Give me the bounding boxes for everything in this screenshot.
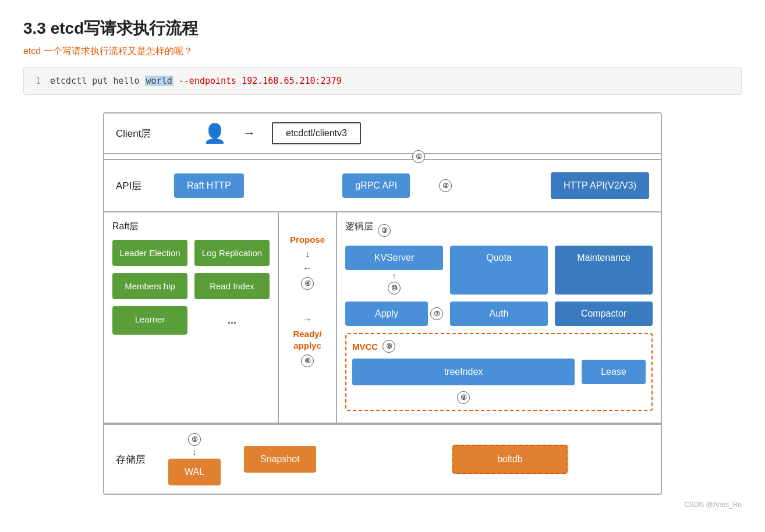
code-command: etcdctl put hello	[50, 76, 140, 86]
raft-http-box: Raft HTTP	[174, 173, 244, 198]
code-line-num: 1	[36, 76, 41, 86]
read-index-box: Read Index	[194, 273, 270, 299]
code-text: etcdctl put hello world --endpoints 192.…	[50, 76, 342, 86]
arrow-down-5: ↓	[192, 447, 197, 457]
annotation-2: ②	[439, 179, 452, 192]
logic-layer: 逻辑层 ③ KVServer ↑ ⑩ Quota Maintenance App…	[337, 212, 661, 423]
logic-bottom-area: MVCC ⑧ treeIndex ⑨ Lease	[345, 333, 653, 411]
annotation-6: ⑥	[301, 354, 314, 367]
storage-layer: 存储层 ⑤ ↓ WAL Snapshot boltdb	[104, 424, 661, 494]
code-param: --endpoints	[179, 76, 236, 86]
leader-election-box: Leader Election	[112, 240, 187, 266]
arrow-down-propose: ↓	[305, 249, 310, 260]
api-layer-label: API层	[116, 179, 157, 193]
auth-box: Auth	[450, 302, 548, 326]
lease-col: Lease	[582, 340, 646, 404]
ready-label: Ready/ applyc	[279, 328, 336, 351]
arrow-right-client: →	[243, 126, 256, 141]
quota-box: Quota	[450, 246, 548, 295]
etcdctl-box: etcdctl/clientv3	[272, 122, 361, 144]
logic-layer-label: 逻辑层	[345, 221, 373, 233]
raft-grid: Leader Election Log Replication Members …	[112, 240, 270, 299]
maintenance-box: Maintenance	[555, 246, 653, 295]
code-highlight: world	[145, 76, 173, 86]
lease-box: Lease	[582, 360, 646, 384]
annotation-5: ⑤	[188, 433, 201, 446]
arrow-left-4: ←	[303, 263, 312, 274]
client-layer-label: Client层	[116, 127, 157, 140]
diagram: Client层 👤 → etcdctl/clientv3 ↓ ① API层 Ra…	[103, 112, 662, 495]
apply-box: Apply	[345, 302, 428, 326]
arrow-right-mid: →	[303, 314, 312, 325]
annotation-7: ⑦	[430, 307, 443, 320]
raft-bottom: Learner ...	[112, 306, 270, 335]
ann9-row: ⑨	[352, 391, 575, 404]
grpc-api-box: gRPC API	[342, 173, 410, 198]
logic-bottom-left: MVCC ⑧ treeIndex ⑨	[352, 340, 575, 404]
logic-header: 逻辑层 ③	[345, 221, 653, 240]
annotation-4: ④	[301, 277, 314, 290]
compactor-box: Compactor	[555, 302, 653, 326]
boltdb-box: boltdb	[452, 445, 568, 474]
code-ip: 192.168.65.210:2379	[242, 76, 342, 86]
watermark: CSDN @Aries_Ro	[23, 501, 742, 509]
ellipsis-box: ...	[194, 306, 270, 335]
snapshot-box: Snapshot	[244, 446, 316, 473]
propose-label: Propose	[290, 235, 325, 244]
storage-wal-col: ⑤ ↓ WAL	[168, 433, 221, 485]
annotation-8: ⑧	[382, 340, 395, 353]
http-api-box: HTTP API(V2/V3)	[551, 172, 649, 199]
api-layer: API层 Raft HTTP gRPC API ② HTTP API(V2/V3…	[104, 160, 661, 212]
learner-box: Learner	[112, 306, 187, 335]
annotation-1: ①	[412, 150, 425, 163]
annotation-3: ③	[378, 224, 391, 237]
membership-box: Members hip	[112, 273, 187, 299]
page-title: 3.3 etcd写请求执行流程	[23, 17, 742, 40]
code-block: 1 etcdctl put hello world --endpoints 19…	[23, 67, 742, 95]
person-icon: 👤	[203, 122, 226, 144]
log-replication-box: Log Replication	[194, 240, 270, 266]
subtitle: etcd 一个写请求执行流程又是怎样的呢？	[23, 45, 742, 58]
client-layer: Client层 👤 → etcdctl/clientv3	[104, 114, 661, 154]
arrow-up-10: ↑	[392, 271, 396, 281]
ann1-row: ↓ ①	[104, 154, 661, 160]
storage-layer-label: 存储层	[116, 453, 157, 466]
logic-top-row: KVServer ↑ ⑩ Quota Maintenance	[345, 246, 653, 295]
mvcc-label: MVCC	[352, 342, 378, 352]
raft-layer: Raft层 Leader Election Log Replication Me…	[104, 212, 279, 423]
logic-mid-row: Apply ⑦ Auth Compactor	[345, 302, 653, 326]
mvcc-row: MVCC ⑧	[352, 340, 575, 353]
middle-col: Propose ↓ ← ④ → Ready/ applyc ⑥	[279, 212, 337, 423]
kvserver-box: KVServer	[345, 246, 443, 270]
wal-box: WAL	[168, 459, 221, 485]
raft-layer-label: Raft层	[112, 221, 270, 233]
mid-content: Propose ↓ ← ④ → Ready/ applyc ⑥	[279, 218, 336, 372]
annotation-9: ⑨	[457, 391, 470, 404]
treeindex-box: treeIndex	[352, 359, 575, 385]
kvserver-col: KVServer ↑ ⑩	[345, 246, 443, 295]
main-layers: Raft层 Leader Election Log Replication Me…	[104, 212, 661, 424]
apply-col: Apply ⑦	[345, 302, 443, 326]
annotation-10: ⑩	[388, 282, 401, 295]
